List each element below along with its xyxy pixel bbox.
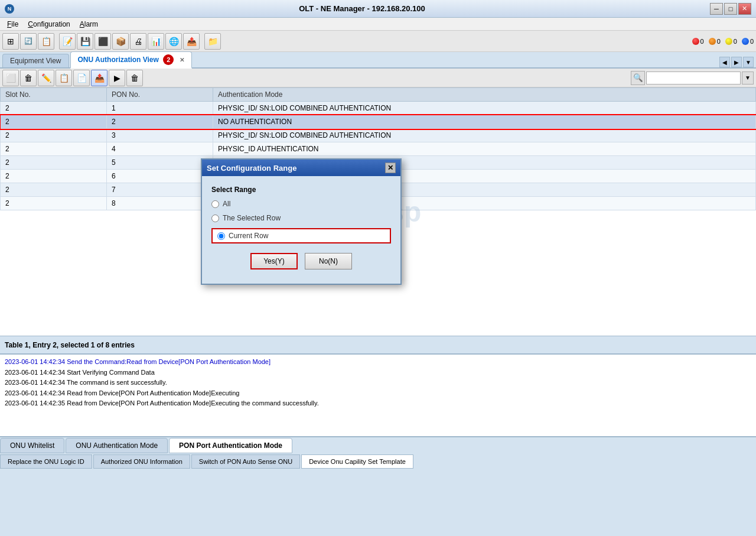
title-bar: N OLT - NE Manager - 192.168.20.100 ─ □ … bbox=[0, 0, 756, 18]
blue-light-dot bbox=[742, 38, 749, 45]
cell-slot: 2 bbox=[1, 170, 107, 183]
status-bar: Table 1, Entry 2, selected 1 of 8 entrie… bbox=[0, 336, 756, 353]
tb2-btn-2[interactable]: 🗑 bbox=[20, 70, 37, 86]
cell-auth: PHYSIC_ID/ SN:LOID COMBINED AUTHENTICATI… bbox=[213, 102, 756, 115]
tb-btn-11[interactable]: 📤 bbox=[183, 33, 200, 50]
search-button[interactable]: 🔍 bbox=[631, 71, 645, 85]
radio-all-label[interactable]: All bbox=[223, 200, 230, 208]
tb-btn-6[interactable]: ⬛ bbox=[94, 33, 111, 50]
secondary-toolbar: ⬜ 🗑 ✏️ 📋 📄 📤 ▶ 🗑 🔍 ▼ bbox=[0, 69, 756, 87]
tab-equipment-view[interactable]: Equipment View bbox=[2, 54, 69, 67]
close-window-button[interactable]: ✕ bbox=[738, 3, 751, 15]
tb2-btn-4[interactable]: 📋 bbox=[56, 70, 72, 86]
orange-light-count: 0 bbox=[717, 38, 721, 45]
radio-current-label[interactable]: Current Row bbox=[229, 232, 268, 240]
dialog-body: Select Range All The Selected Row Curren… bbox=[202, 176, 400, 284]
tb-btn-3[interactable]: 📋 bbox=[38, 33, 54, 50]
tab-nav-left[interactable]: ◀ bbox=[719, 57, 730, 67]
tb-btn-12[interactable]: 📁 bbox=[204, 33, 221, 50]
bottom-sub-authorized-onu[interactable]: Authorized ONU Information bbox=[93, 454, 190, 469]
tb-btn-7[interactable]: 📦 bbox=[112, 33, 129, 50]
tb2-btn-1[interactable]: ⬜ bbox=[2, 70, 19, 86]
tab-navigation: ◀ ▶ ▼ bbox=[719, 57, 754, 67]
tb-btn-1[interactable]: ⊞ bbox=[2, 33, 19, 50]
bottom-tab-pon-port[interactable]: PON Port Authentication Mode bbox=[169, 438, 292, 453]
tb-btn-8[interactable]: 🖨 bbox=[130, 33, 146, 50]
dialog-buttons: Yes(Y) No(N) bbox=[211, 253, 391, 274]
cell-auth: PHYSIC_ID AUTHENTICATION bbox=[213, 142, 756, 156]
table-area: Slot No. PON No. Authentication Mode 2 1… bbox=[0, 87, 756, 336]
cell-pon: 1 bbox=[107, 102, 213, 115]
yellow-light-dot bbox=[725, 38, 732, 45]
bottom-sub-device-onu[interactable]: Device Onu Capility Set Template bbox=[301, 454, 413, 469]
table-row[interactable]: 2 1 PHYSIC_ID/ SN:LOID COMBINED AUTHENTI… bbox=[1, 102, 756, 115]
cell-pon: 7 bbox=[107, 183, 213, 197]
restore-button[interactable]: □ bbox=[724, 3, 737, 15]
col-header-pon: PON No. bbox=[107, 88, 213, 102]
tab-nav-down[interactable]: ▼ bbox=[743, 57, 754, 67]
select-range-label: Select Range bbox=[211, 186, 391, 194]
log-line: 2023-06-01 14:42:34 The command is sent … bbox=[5, 378, 751, 388]
table-row[interactable]: 2 4 PHYSIC_ID AUTHENTICATION bbox=[1, 142, 756, 156]
radio-current-input[interactable] bbox=[217, 232, 225, 240]
window-controls: ─ □ ✕ bbox=[710, 3, 751, 15]
tb2-btn-8[interactable]: 🗑 bbox=[126, 70, 143, 86]
cell-slot: 2 bbox=[1, 115, 107, 129]
minimize-button[interactable]: ─ bbox=[710, 3, 723, 15]
bottom-tab-row-sub: Replace the ONU Logic ID Authorized ONU … bbox=[0, 453, 756, 469]
tb2-btn-6[interactable]: 📤 bbox=[91, 70, 107, 86]
tb-btn-2[interactable]: 🔄 bbox=[20, 33, 37, 50]
tab-close-btn[interactable]: ✕ bbox=[180, 57, 184, 63]
tab-nav-right[interactable]: ▶ bbox=[731, 57, 742, 67]
radio-selected-row: The Selected Row bbox=[211, 214, 391, 222]
cell-slot: 2 bbox=[1, 183, 107, 197]
radio-all-input[interactable] bbox=[211, 200, 219, 208]
tb-btn-10[interactable]: 🌐 bbox=[165, 33, 182, 50]
tb-btn-5[interactable]: 💾 bbox=[77, 33, 93, 50]
yes-button[interactable]: Yes(Y) bbox=[250, 253, 298, 269]
radio-selected-input[interactable] bbox=[211, 215, 219, 222]
red-light-count: 0 bbox=[700, 38, 704, 45]
dialog-title-text: Set Configuration Range bbox=[207, 164, 296, 173]
bottom-tab-onu-whitelist[interactable]: ONU Whitelist bbox=[0, 438, 64, 453]
tabs: Equipment View ONU Authorization View 2 … bbox=[2, 51, 193, 67]
table-row[interactable]: 2 2 NO AUTHENTICATION bbox=[1, 115, 756, 129]
log-panel: 2023-06-01 14:42:34 Send the Command:Rea… bbox=[0, 353, 756, 436]
cell-pon: 3 bbox=[107, 129, 213, 142]
menu-configuration[interactable]: Configuration bbox=[23, 19, 74, 30]
main-toolbar: ⊞ 🔄 📋 📝 💾 ⬛ 📦 🖨 📊 🌐 📤 📁 0 0 0 0 bbox=[0, 31, 756, 52]
radio-current-row: Current Row bbox=[211, 228, 391, 243]
app-icon: N bbox=[5, 4, 14, 14]
tb2-btn-3[interactable]: ✏️ bbox=[38, 70, 54, 86]
tab-onu-auth-view[interactable]: ONU Authorization View 2 ✕ bbox=[70, 51, 192, 69]
table-row[interactable]: 2 3 PHYSIC_ID/ SN:LOID COMBINED AUTHENTI… bbox=[1, 129, 756, 142]
bottom-sub-replace-onu[interactable]: Replace the ONU Logic ID bbox=[0, 454, 92, 469]
dialog-close-button[interactable]: ✕ bbox=[385, 163, 396, 173]
cell-slot: 2 bbox=[1, 142, 107, 156]
search-dropdown-btn[interactable]: ▼ bbox=[742, 72, 754, 85]
search-box: 🔍 ▼ bbox=[631, 71, 754, 85]
tb-btn-9[interactable]: 📊 bbox=[148, 33, 164, 50]
tb-btn-4[interactable]: 📝 bbox=[59, 33, 76, 50]
bottom-sub-switch-pon[interactable]: Switch of PON Auto Sense ONU bbox=[191, 454, 300, 469]
cell-pon: 6 bbox=[107, 170, 213, 183]
col-header-slot: Slot No. bbox=[1, 88, 107, 102]
tb2-btn-7[interactable]: ▶ bbox=[109, 70, 125, 86]
dialog-set-config-range: Set Configuration Range ✕ Select Range A… bbox=[201, 158, 402, 285]
search-input[interactable] bbox=[646, 72, 741, 85]
orange-light-dot bbox=[709, 38, 716, 45]
menu-file[interactable]: File bbox=[2, 19, 23, 30]
radio-selected-label[interactable]: The Selected Row bbox=[223, 214, 281, 222]
dialog-title-bar: Set Configuration Range ✕ bbox=[202, 160, 400, 176]
no-button[interactable]: No(N) bbox=[305, 253, 352, 269]
bottom-tab-onu-auth[interactable]: ONU Authentication Mode bbox=[66, 438, 168, 453]
cell-slot: 2 bbox=[1, 197, 107, 210]
tb2-btn-5[interactable]: 📄 bbox=[73, 70, 90, 86]
status-lights: 0 0 0 0 bbox=[692, 38, 754, 45]
radio-all: All bbox=[211, 200, 391, 208]
tab-bar: Equipment View ONU Authorization View 2 … bbox=[0, 52, 756, 69]
red-light-dot bbox=[692, 38, 699, 45]
menu-alarm[interactable]: Alarm bbox=[75, 19, 103, 30]
col-header-auth: Authentication Mode bbox=[213, 88, 756, 102]
cell-auth: PHYSIC_ID/ SN:LOID COMBINED AUTHENTICATI… bbox=[213, 129, 756, 142]
